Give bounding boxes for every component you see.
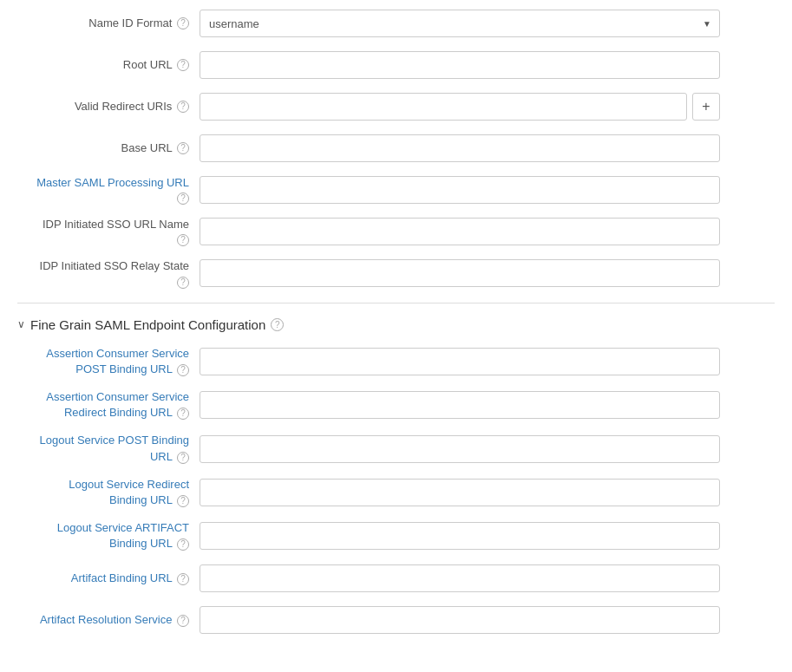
base-url-row: Base URL ? https://my.kasm.server bbox=[17, 134, 775, 163]
root-url-input[interactable] bbox=[200, 51, 720, 79]
acs-post-binding-url-label-multiline: Assertion Consumer Service POST Binding … bbox=[17, 346, 189, 377]
logout-service-artifact-binding-url-label-multiline: Logout Service ARTIFACT Binding URL ? bbox=[17, 520, 189, 551]
base-url-help-icon[interactable]: ? bbox=[177, 142, 189, 154]
logout-service-post-binding-url-input[interactable]: https://my.kasm.server/api/slo/?id=d4f54… bbox=[200, 435, 720, 463]
artifact-binding-url-input-col bbox=[200, 564, 720, 592]
artifact-binding-url-help-icon[interactable]: ? bbox=[177, 573, 189, 585]
master-saml-processing-url-help-icon[interactable]: ? bbox=[177, 192, 189, 205]
artifact-binding-url-input[interactable] bbox=[200, 564, 720, 592]
acs-redirect-binding-url-label: Assertion Consumer Service Redirect Bind… bbox=[17, 389, 200, 421]
valid-redirect-uris-add-button[interactable]: + bbox=[692, 93, 720, 121]
idp-initiated-sso-relay-state-help-icon[interactable]: ? bbox=[177, 277, 189, 289]
logout-service-artifact-binding-url-input[interactable] bbox=[200, 522, 720, 550]
valid-redirect-uris-input-col: https://my.kasm.server/* + bbox=[200, 93, 720, 121]
fine-grain-section-help-icon[interactable]: ? bbox=[271, 318, 284, 331]
master-saml-processing-url-input-col: https://my.kasm.server/api/acs/?id=d4f54… bbox=[200, 176, 720, 204]
valid-redirect-uris-label: Valid Redirect URIs ? bbox=[17, 99, 200, 114]
idp-initiated-sso-url-name-input-col bbox=[200, 218, 720, 245]
valid-redirect-uris-input[interactable]: https://my.kasm.server/* bbox=[200, 93, 687, 121]
acs-post-binding-url-help-icon[interactable]: ? bbox=[177, 364, 189, 376]
logout-service-post-binding-url-label-multiline: Logout Service POST Binding URL ? bbox=[17, 433, 189, 464]
acs-redirect-binding-url-row: Assertion Consumer Service Redirect Bind… bbox=[17, 389, 775, 421]
valid-redirect-uris-input-group: https://my.kasm.server/* + bbox=[200, 93, 720, 121]
name-id-format-help-icon[interactable]: ? bbox=[177, 17, 189, 29]
fine-grain-section-title: Fine Grain SAML Endpoint Configuration bbox=[30, 317, 265, 332]
master-saml-processing-url-label-multiline: Master SAML Processing URL ? bbox=[17, 175, 189, 205]
fine-grain-chevron: ∨ bbox=[17, 318, 25, 330]
master-saml-processing-url-input[interactable]: https://my.kasm.server/api/acs/?id=d4f54… bbox=[200, 176, 720, 204]
logout-service-redirect-binding-url-input[interactable] bbox=[200, 479, 720, 506]
root-url-row: Root URL ? bbox=[17, 50, 775, 80]
logout-service-redirect-binding-url-input-col bbox=[200, 479, 720, 506]
artifact-resolution-service-input-col bbox=[200, 606, 720, 634]
artifact-binding-url-row: Artifact Binding URL ? bbox=[17, 564, 775, 593]
idp-initiated-sso-relay-state-input[interactable] bbox=[200, 259, 720, 287]
logout-service-post-binding-url-input-col: https://my.kasm.server/api/slo/?id=d4f54… bbox=[200, 435, 720, 463]
idp-initiated-sso-url-name-input[interactable] bbox=[200, 218, 720, 245]
idp-initiated-sso-relay-state-input-col bbox=[200, 259, 720, 287]
logout-service-redirect-binding-url-label-multiline: Logout Service Redirect Binding URL ? bbox=[17, 477, 189, 508]
acs-post-binding-url-label: Assertion Consumer Service POST Binding … bbox=[17, 346, 200, 377]
logout-service-artifact-binding-url-label: Logout Service ARTIFACT Binding URL ? bbox=[17, 520, 200, 551]
idp-initiated-sso-url-name-help-icon[interactable]: ? bbox=[177, 234, 189, 246]
section-divider bbox=[17, 303, 775, 303]
logout-service-redirect-binding-url-row: Logout Service Redirect Binding URL ? bbox=[17, 477, 775, 508]
root-url-input-col bbox=[200, 51, 720, 79]
idp-initiated-sso-relay-state-label: IDP Initiated SSO Relay State ? bbox=[17, 258, 200, 288]
artifact-resolution-service-row: Artifact Resolution Service ? bbox=[17, 605, 775, 635]
idp-initiated-sso-relay-state-row: IDP Initiated SSO Relay State ? bbox=[17, 258, 775, 288]
logout-service-redirect-binding-url-help-icon[interactable]: ? bbox=[177, 495, 189, 507]
base-url-label: Base URL ? bbox=[17, 140, 200, 156]
artifact-resolution-service-input[interactable] bbox=[200, 606, 720, 634]
artifact-resolution-service-label: Artifact Resolution Service ? bbox=[17, 612, 200, 628]
idp-initiated-sso-url-name-label-multiline: IDP Initiated SSO URL Name ? bbox=[17, 217, 189, 246]
master-saml-processing-url-row: Master SAML Processing URL ? https://my.… bbox=[17, 175, 775, 205]
idp-initiated-sso-relay-state-label-multiline: IDP Initiated SSO Relay State ? bbox=[17, 258, 189, 288]
base-url-input-col: https://my.kasm.server bbox=[200, 134, 720, 162]
root-url-label: Root URL ? bbox=[17, 57, 200, 73]
acs-post-binding-url-input-col bbox=[200, 348, 720, 375]
name-id-format-select[interactable]: username email persistent transient bbox=[200, 10, 720, 37]
logout-service-post-binding-url-row: Logout Service POST Binding URL ? https:… bbox=[17, 433, 775, 464]
root-url-help-icon[interactable]: ? bbox=[177, 59, 189, 71]
valid-redirect-uris-row: Valid Redirect URIs ? https://my.kasm.se… bbox=[17, 92, 775, 121]
acs-redirect-binding-url-input-col bbox=[200, 391, 720, 419]
base-url-input[interactable]: https://my.kasm.server bbox=[200, 134, 720, 162]
logout-service-artifact-binding-url-help-icon[interactable]: ? bbox=[177, 538, 189, 551]
name-id-format-row: Name ID Format ? username email persiste… bbox=[17, 9, 775, 38]
master-saml-processing-url-label: Master SAML Processing URL ? bbox=[17, 175, 200, 205]
fine-grain-section-header[interactable]: ∨ Fine Grain SAML Endpoint Configuration… bbox=[17, 317, 775, 332]
acs-post-binding-url-input[interactable] bbox=[200, 348, 720, 375]
logout-service-artifact-binding-url-row: Logout Service ARTIFACT Binding URL ? bbox=[17, 520, 775, 551]
acs-redirect-binding-url-help-icon[interactable]: ? bbox=[177, 408, 189, 420]
acs-redirect-binding-url-label-multiline: Assertion Consumer Service Redirect Bind… bbox=[17, 389, 189, 421]
valid-redirect-uris-help-icon[interactable]: ? bbox=[177, 101, 189, 113]
logout-service-post-binding-url-label: Logout Service POST Binding URL ? bbox=[17, 433, 200, 464]
artifact-resolution-service-help-icon[interactable]: ? bbox=[177, 615, 189, 627]
idp-initiated-sso-url-name-label: IDP Initiated SSO URL Name ? bbox=[17, 217, 200, 246]
logout-service-artifact-binding-url-input-col bbox=[200, 522, 720, 550]
acs-post-binding-url-row: Assertion Consumer Service POST Binding … bbox=[17, 346, 775, 377]
name-id-format-label: Name ID Format ? bbox=[17, 16, 200, 31]
acs-redirect-binding-url-input[interactable] bbox=[200, 391, 720, 419]
artifact-binding-url-label: Artifact Binding URL ? bbox=[17, 571, 200, 586]
idp-initiated-sso-url-name-row: IDP Initiated SSO URL Name ? bbox=[17, 217, 775, 246]
name-id-format-select-wrapper: username email persistent transient bbox=[200, 10, 720, 37]
logout-service-post-binding-url-help-icon[interactable]: ? bbox=[177, 452, 189, 464]
name-id-format-input-col: username email persistent transient bbox=[200, 10, 720, 37]
logout-service-redirect-binding-url-label: Logout Service Redirect Binding URL ? bbox=[17, 477, 200, 508]
